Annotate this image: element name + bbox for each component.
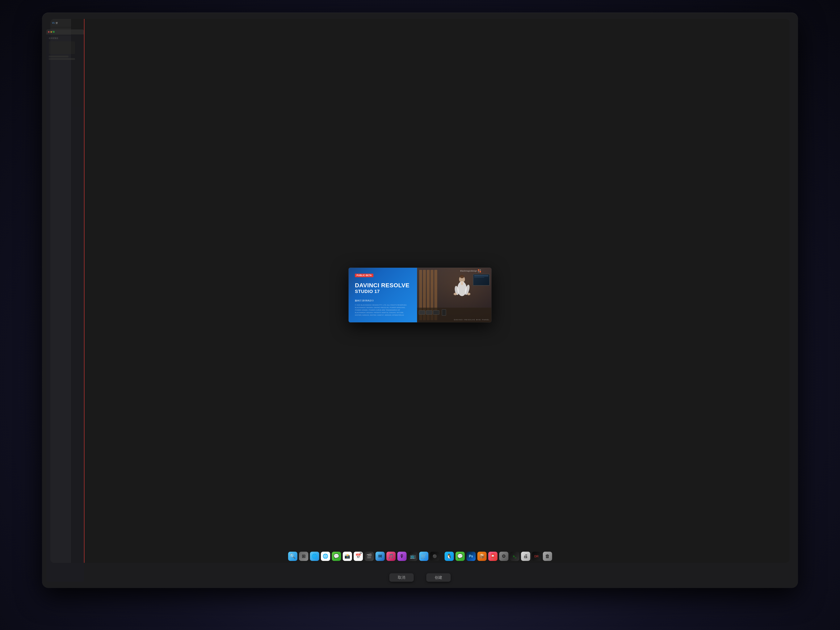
trash-icon: 🗑 (545, 554, 550, 559)
create-keyboard-btn[interactable]: 创建 (426, 573, 451, 582)
left-side-app: 在浏览预览 (46, 29, 84, 582)
svg-point-1 (460, 275, 464, 278)
svg-point-6 (467, 293, 471, 295)
bmd-brand-name: Blackmagicdesign (460, 270, 477, 272)
dock-finder[interactable]: 🔍 (288, 552, 297, 561)
dock-chrome[interactable]: 🌐 (321, 552, 330, 561)
dock-safari[interactable]: 🌐 (310, 552, 319, 561)
dock-spark[interactable]: 📮 (488, 552, 497, 561)
dock-wechat[interactable]: 💬 (455, 552, 465, 561)
dock-appstore[interactable]: 🛒 (419, 552, 428, 561)
bmd-logo: Blackmagicdesign (460, 269, 481, 272)
printer-icon: 🖨 (523, 554, 528, 559)
davinci-icon: ⚫ (433, 554, 437, 558)
monitor-prop (473, 274, 490, 286)
macos-screen: 🍎 DaVinci Resolve 文件 编辑 修剪 时间线 片段 标记 显示 … (51, 19, 789, 563)
mail-icon: ✉ (378, 554, 382, 559)
splash-copyright: © 2020 BLACKMAGIC DESIGN PTY. LTD. ALL R… (355, 304, 411, 316)
qq-icon: 🐧 (446, 554, 452, 559)
dock-terminal[interactable]: >_ (510, 552, 519, 561)
tv-icon: 📺 (410, 554, 415, 559)
launchpad-icon: ⊞ (302, 554, 306, 559)
photos-icon: 📸 (344, 554, 350, 559)
cancel-keyboard-btn[interactable]: 取消 (389, 573, 414, 582)
svg-rect-3 (461, 282, 463, 285)
davinci2-icon: DR (534, 554, 538, 558)
dock-trash[interactable]: 🗑 (543, 552, 552, 561)
dock-sysprefs[interactable]: ⚙ (499, 552, 508, 561)
sysprefs-icon: ⚙ (502, 554, 506, 559)
dock-qq[interactable]: 🐧 (445, 552, 454, 561)
dock-fcp[interactable]: 🎬 (365, 552, 374, 561)
bmd-sq-dark2 (478, 271, 479, 272)
safari-icon: 🌐 (312, 554, 317, 559)
spark-icon: 📮 (490, 554, 496, 559)
music-icon: 🎵 (388, 554, 394, 559)
screen-bezel: 🍎 DaVinci Resolve 文件 编辑 修剪 时间线 片段 标记 显示 … (51, 19, 789, 563)
splash-bottom: 版本17.1B BUILD 3 © 2020 BLACKMAGIC DESIGN… (355, 299, 411, 316)
appstore-icon: 🛒 (421, 554, 426, 559)
dock-music[interactable]: 🎵 (387, 552, 396, 561)
control-knob-2 (426, 310, 432, 314)
dock-mail[interactable]: ✉ (376, 552, 385, 561)
keyboard-buttons: 取消 创建 (389, 573, 451, 582)
wechat-icon: 💬 (457, 554, 463, 559)
podcasts-icon: 🎙 (399, 554, 404, 559)
splash-app-name: DAVINCI RESOLVE (355, 282, 411, 289)
transmit-icon: 📦 (479, 554, 485, 559)
dock-printer[interactable]: 🖨 (521, 552, 530, 561)
splash-left-panel: PUBLIC BETA DAVINCI RESOLVE STUDIO 17 版本… (349, 268, 417, 322)
bmd-sq-orange2 (480, 271, 481, 272)
dock-davinci2[interactable]: DR (532, 552, 541, 561)
splash-dialog[interactable]: PUBLIC BETA DAVINCI RESOLVE STUDIO 17 版本… (349, 268, 491, 322)
side-app-content: 在浏览预览 (46, 35, 84, 62)
fcp-icon: 🎬 (366, 554, 372, 559)
bmd-sq-dark1 (480, 269, 481, 271)
control-knob-1 (419, 310, 425, 314)
terminal-icon: >_ (513, 554, 516, 558)
splash-right-panel: Blackmagicdesign DAVINCI RESOLVE MINI PA… (417, 268, 491, 322)
messages-icon: 💬 (333, 554, 339, 559)
splash-app-sub: STUDIO 17 (355, 289, 411, 294)
splash-version: 版本17.1B BUILD 3 (355, 299, 411, 302)
bmd-squares (478, 269, 481, 272)
svg-point-7 (453, 293, 457, 295)
splash-title-area: DAVINCI RESOLVE STUDIO 17 (355, 277, 411, 299)
dock-launchpad[interactable]: ⊞ (299, 552, 308, 561)
control-fader (442, 309, 446, 316)
dock-transmit[interactable]: 📦 (477, 552, 486, 561)
splash-panel-label: DAVINCI RESOLVE MINI PANEL (454, 319, 490, 321)
dock-messages[interactable]: 💬 (332, 552, 341, 561)
ps-icon: Ps (469, 554, 473, 558)
dock-photoshop[interactable]: Ps (466, 552, 476, 561)
finder-icon: 🔍 (290, 554, 295, 559)
calendar-date: 22 (360, 552, 362, 554)
dock-photos[interactable]: 📸 (343, 552, 352, 561)
control-knob-3 (433, 310, 439, 314)
dock-calendar[interactable]: 📅 22 (354, 552, 363, 561)
dock-podcasts[interactable]: 🎙 (397, 552, 407, 561)
laptop-body: 🍎 DaVinci Resolve 文件 编辑 修剪 时间线 片段 标记 显示 … (42, 13, 798, 588)
splash-top: PUBLIC BETA (355, 274, 411, 277)
chrome-icon: 🌐 (322, 554, 328, 559)
bmd-sq-orange1 (478, 269, 479, 271)
splash-public-beta-badge: PUBLIC BETA (355, 274, 373, 277)
dock-davinci[interactable]: ⚫ (430, 552, 439, 561)
dock-tv[interactable]: 📺 (408, 552, 417, 561)
